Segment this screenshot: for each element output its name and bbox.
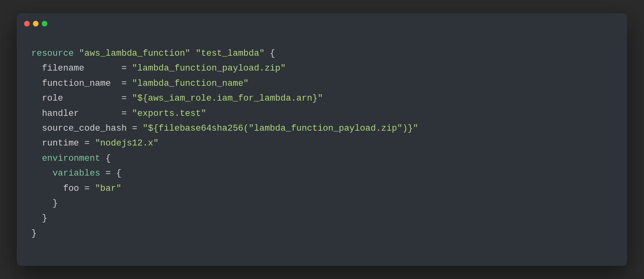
code-line-9: variables = { — [31, 166, 613, 181]
code-line-2: filename = "lambda_function_payload.zip" — [31, 61, 613, 76]
code-line-1: resource "aws_lambda_function" "test_lam… — [31, 46, 613, 61]
code-line-4: role = "${aws_iam_role.iam_for_lambda.ar… — [31, 91, 613, 106]
close-button[interactable] — [24, 21, 30, 26]
maximize-button[interactable] — [42, 21, 47, 26]
code-block: resource "aws_lambda_function" "test_lam… — [17, 34, 627, 253]
code-line-12: } — [31, 211, 613, 226]
code-line-13: } — [31, 226, 613, 241]
minimize-button[interactable] — [33, 21, 39, 26]
code-line-3: function_name = "lambda_function_name" — [31, 76, 613, 91]
code-line-6: source_code_hash = "${filebase64sha256("… — [31, 121, 613, 136]
titlebar — [17, 13, 627, 34]
code-line-10: foo = "bar" — [31, 181, 613, 196]
editor-window: resource "aws_lambda_function" "test_lam… — [17, 13, 627, 266]
code-line-7: runtime = "nodejs12.x" — [31, 136, 613, 151]
code-line-5: handler = "exports.test" — [31, 106, 613, 121]
code-line-8: environment { — [31, 151, 613, 166]
code-line-11: } — [31, 196, 613, 211]
